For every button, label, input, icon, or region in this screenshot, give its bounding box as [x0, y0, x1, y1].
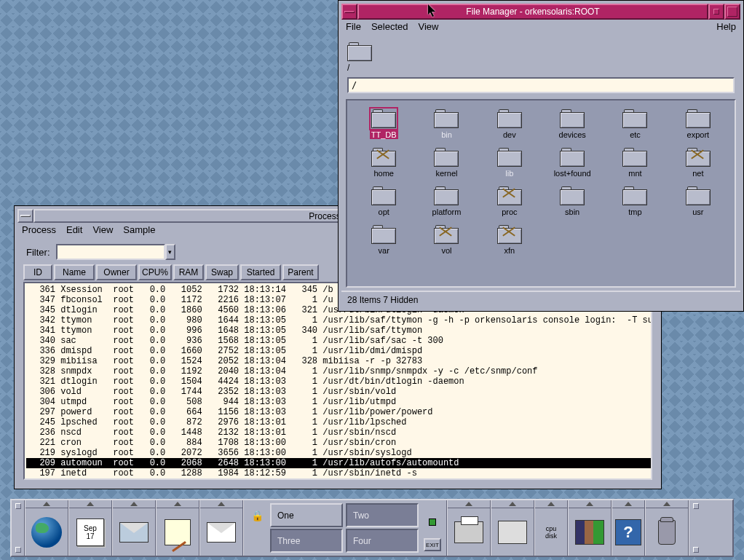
- workspace-three[interactable]: Three: [270, 529, 343, 553]
- panel-style[interactable]: [491, 500, 534, 556]
- subpanel-arrow-icon[interactable]: [157, 500, 199, 508]
- filter-input[interactable]: [56, 244, 165, 260]
- folder-item-net[interactable]: net: [669, 148, 727, 178]
- panel-trash[interactable]: [645, 500, 689, 556]
- workspace-four[interactable]: Four: [346, 529, 419, 553]
- subpanel-arrow-icon[interactable]: [612, 500, 644, 508]
- folder-view[interactable]: TT_DBbindevdevicesetcexporthomekernellib…: [347, 100, 735, 264]
- printer-icon: [454, 521, 483, 543]
- folder-icon[interactable]: [347, 42, 372, 61]
- folder-item-tmp[interactable]: tmp: [606, 186, 664, 216]
- panel-mail[interactable]: [199, 500, 243, 556]
- panel-handle-left[interactable]: [12, 500, 25, 556]
- menu-process[interactable]: Process: [22, 224, 56, 235]
- menu-edit[interactable]: Edit: [66, 224, 82, 235]
- col-header-owner[interactable]: Owner: [96, 264, 137, 280]
- menu-view[interactable]: View: [419, 21, 439, 32]
- folder-item-proc[interactable]: proc: [480, 186, 539, 216]
- menu-file[interactable]: File: [346, 21, 361, 32]
- busy-light-icon: [429, 518, 436, 526]
- workspace-two[interactable]: Two: [346, 503, 419, 527]
- lock-icon[interactable]: 🔒: [251, 510, 264, 521]
- panel-clock[interactable]: [25, 500, 68, 556]
- folder-item-var[interactable]: var: [355, 225, 413, 255]
- col-header-id[interactable]: ID: [23, 264, 52, 280]
- workspace-switch: 🔒 One Two Three Four EXIT: [243, 500, 447, 556]
- folder-item-bin[interactable]: bin: [417, 109, 475, 139]
- col-header-ram[interactable]: RAM: [173, 264, 204, 280]
- panel-apps[interactable]: [568, 500, 612, 556]
- col-header-cpu%[interactable]: CPU%: [138, 264, 172, 280]
- folder-item-lib[interactable]: lib: [480, 148, 539, 178]
- subpanel-arrow-icon[interactable]: [535, 500, 567, 508]
- menu-selected[interactable]: Selected: [371, 21, 408, 32]
- col-header-parent[interactable]: Parent: [282, 264, 319, 280]
- process-row[interactable]: 297 powerd root 0.0 664 1156 18:13:03 1 …: [26, 407, 651, 417]
- panel-perf[interactable]: cpudisk: [534, 500, 568, 556]
- folder-label: dev: [503, 130, 516, 139]
- panel-calendar[interactable]: Sep17: [68, 500, 112, 556]
- col-header-started[interactable]: Started: [240, 264, 281, 280]
- process-row[interactable]: 221 cron root 0.0 884 1708 18:13:00 1 /u…: [26, 438, 651, 448]
- menu-view[interactable]: View: [92, 224, 113, 235]
- process-row[interactable]: 209 automoun root 0.0 2068 2648 18:13:00…: [26, 458, 651, 468]
- fm-titlebar[interactable]: File Manager - orkensolaris:ROOT: [341, 4, 740, 20]
- process-row[interactable]: 321 dtlogin root 0.0 1504 4424 18:13:03 …: [26, 376, 651, 387]
- process-row[interactable]: 236 nscd root 0.0 1448 2132 18:13:01 1 /…: [26, 427, 651, 438]
- process-row[interactable]: 197 inetd root 0.0 1288 1984 18:12:59 1 …: [26, 468, 651, 478]
- maximize-button[interactable]: [724, 4, 740, 20]
- folder-item-xfn[interactable]: xfn: [480, 225, 539, 255]
- process-row[interactable]: 304 utmpd root 0.0 508 944 18:13:03 1 /u…: [26, 397, 651, 407]
- panel-help[interactable]: ?: [612, 500, 645, 556]
- panel-handle-right[interactable]: [689, 500, 702, 556]
- fm-title[interactable]: File Manager - orkensolaris:ROOT: [357, 4, 708, 20]
- subpanel-arrow-icon[interactable]: [491, 500, 534, 508]
- subpanel-arrow-icon[interactable]: [113, 500, 155, 508]
- folder-item-ttdb[interactable]: TT_DB: [355, 109, 413, 139]
- window-menu-button[interactable]: [341, 4, 357, 20]
- filter-dropdown-button[interactable]: ▾: [165, 244, 175, 260]
- process-row[interactable]: 341 ttymon root 0.0 996 1648 18:13:05 34…: [26, 326, 651, 336]
- col-header-swap[interactable]: Swap: [205, 264, 239, 280]
- process-row[interactable]: 245 lpsched root 0.0 872 2976 18:13:01 1…: [26, 417, 651, 427]
- folder-item-export[interactable]: export: [669, 109, 727, 139]
- process-row[interactable]: 336 dmispd root 0.0 1660 2752 18:13:05 1…: [26, 346, 651, 356]
- subpanel-arrow-icon[interactable]: [569, 500, 611, 508]
- exit-button[interactable]: EXIT: [424, 538, 441, 551]
- folder-item-dev[interactable]: dev: [480, 109, 539, 139]
- process-row[interactable]: 328 snmpdx root 0.0 1192 2040 18:13:04 1…: [26, 366, 651, 376]
- subpanel-arrow-icon[interactable]: [200, 500, 242, 508]
- menu-help[interactable]: Help: [716, 21, 736, 32]
- process-row[interactable]: 340 sac root 0.0 936 1568 18:13:05 1 /us…: [26, 336, 651, 346]
- minimize-button[interactable]: [708, 4, 724, 20]
- folder-item-usr[interactable]: usr: [669, 186, 727, 216]
- folder-item-vol[interactable]: vol: [417, 225, 475, 255]
- folder-item-platform[interactable]: platform: [417, 186, 475, 216]
- folder-item-kernel[interactable]: kernel: [417, 148, 475, 178]
- process-row[interactable]: 342 ttymon root 0.0 980 1644 18:13:05 1 …: [26, 315, 651, 326]
- col-header-name[interactable]: Name: [54, 264, 95, 280]
- panel-files[interactable]: [112, 500, 156, 556]
- window-menu-button[interactable]: [17, 209, 33, 223]
- folder-item-etc[interactable]: etc: [606, 109, 664, 139]
- folder-item-home[interactable]: home: [355, 148, 413, 178]
- folder-item-opt[interactable]: opt: [355, 186, 413, 216]
- folder-item-devices[interactable]: devices: [543, 109, 601, 139]
- filter-label: Filter:: [26, 247, 50, 258]
- workspace-one[interactable]: One: [270, 503, 343, 527]
- process-row[interactable]: 306 vold root 0.0 1744 2352 18:13:03 1 /…: [26, 387, 651, 397]
- folder-item-mnt[interactable]: mnt: [606, 148, 664, 178]
- folder-item-lostfound[interactable]: lost+found: [543, 148, 601, 178]
- panel-printer[interactable]: [447, 500, 491, 556]
- path-iconic[interactable]: [346, 36, 736, 61]
- subpanel-arrow-icon[interactable]: [25, 500, 68, 508]
- menu-sample[interactable]: Sample: [123, 224, 155, 235]
- panel-editor[interactable]: [156, 500, 199, 556]
- subpanel-arrow-icon[interactable]: [69, 500, 111, 508]
- path-input[interactable]: [347, 77, 735, 93]
- subpanel-arrow-icon[interactable]: [646, 500, 688, 508]
- process-row[interactable]: 329 mibiisa root 0.0 1524 2052 18:13:04 …: [26, 356, 651, 366]
- folder-item-sbin[interactable]: sbin: [543, 186, 601, 216]
- process-row[interactable]: 219 syslogd root 0.0 2072 3656 18:13:00 …: [26, 448, 651, 458]
- subpanel-arrow-icon[interactable]: [448, 500, 490, 508]
